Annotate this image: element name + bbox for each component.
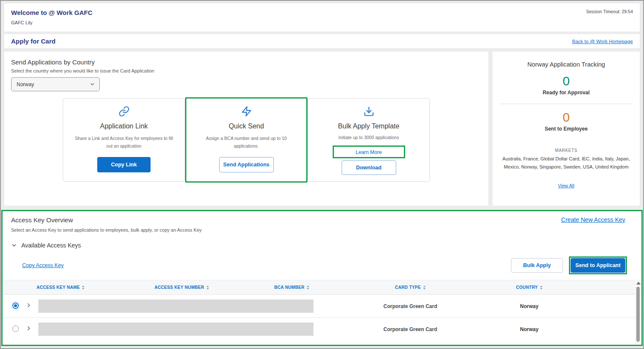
apply-for-card-bar: Apply for Card Back to @ Work Homepage (4, 34, 640, 48)
column-header-bca-number[interactable]: BCA NUMBER (245, 280, 339, 294)
send-applications-title: Send Applications by Country (11, 58, 482, 66)
learn-more-highlight-box: Learn More (333, 145, 405, 158)
access-key-overview-section: Access Key Overview Create New Access Ke… (1, 210, 643, 346)
row-radio[interactable] (12, 326, 19, 332)
column-header-card-type[interactable]: CARD TYPE (339, 280, 482, 294)
markets-list: Australia, France, Global Dollar Card, I… (499, 155, 634, 172)
column-header-country[interactable]: COUNTRY (482, 280, 577, 294)
send-applications-subtitle: Select the country where you would like … (11, 68, 482, 73)
sort-icon (206, 285, 209, 290)
bulk-apply-description: Initiate up to 3000 applications (319, 134, 419, 142)
available-access-keys-title: Available Access Keys (21, 242, 81, 249)
application-link-title: Application Link (63, 122, 185, 130)
tracking-title: Norway Application Tracking (499, 61, 634, 68)
card-type-cell: Corporate Green Card (339, 295, 482, 317)
app-window: Welcome to @ Work GAFC GAFC Lily Session… (0, 0, 644, 349)
access-keys-table: ACCESS KEY NAME ACCESS KEY NUMBER BCA NU… (3, 280, 641, 340)
copy-access-key-link[interactable]: Copy Access Key (22, 262, 64, 268)
send-applications-button[interactable]: Send Applications (219, 157, 274, 172)
application-link-card: Application Link Share a Link and Access… (63, 98, 185, 182)
column-header-access-key-name[interactable]: ACCESS KEY NAME (3, 280, 119, 294)
country-cell: Norway (482, 295, 577, 317)
apply-for-card-title: Apply for Card (11, 38, 55, 45)
access-key-overview-title: Access Key Overview (11, 216, 73, 224)
link-icon (119, 106, 130, 117)
download-button[interactable]: Download (342, 160, 396, 175)
ready-for-approval-count: 0 (499, 74, 634, 88)
view-all-link[interactable]: View All (558, 183, 574, 188)
country-dropdown-value: Norway (17, 81, 34, 87)
country-dropdown[interactable]: Norway (11, 77, 100, 91)
send-applications-panel: Send Applications by Country Select the … (4, 52, 488, 206)
country-cell: Norway (482, 318, 577, 340)
card-type-cell: Corporate Green Card (339, 318, 482, 340)
chevron-right-icon[interactable] (26, 302, 32, 308)
lightning-icon (241, 106, 252, 117)
page-title: Welcome to @ Work GAFC (11, 9, 633, 16)
send-to-applicant-highlight-box: Send to Applicant (569, 256, 627, 274)
redacted-access-key-data (38, 300, 313, 313)
chevron-right-icon[interactable] (26, 325, 32, 332)
table-row: Corporate Green Card Norway (3, 318, 641, 340)
redacted-access-key-data (38, 323, 313, 336)
table-header-row: ACCESS KEY NAME ACCESS KEY NUMBER BCA NU… (3, 280, 641, 295)
page-header: Welcome to @ Work GAFC GAFC Lily Session… (4, 3, 640, 32)
sort-icon (82, 285, 84, 290)
chevron-down-icon (90, 81, 95, 87)
quick-send-title: Quick Send (186, 122, 306, 130)
sent-to-employee-label: Sent to Employee (499, 126, 634, 132)
bulk-apply-button[interactable]: Bulk Apply (511, 258, 563, 273)
send-to-applicant-button[interactable]: Send to Applicant (571, 258, 625, 273)
markets-label: MARKETS (499, 148, 634, 153)
user-name: GAFC Lily (11, 20, 633, 25)
table-row: Corporate Green Card Norway (3, 295, 641, 318)
scrollbar-thumb[interactable] (636, 287, 640, 342)
learn-more-link[interactable]: Learn More (356, 149, 382, 155)
row-radio-selected[interactable] (12, 302, 19, 309)
ready-for-approval-label: Ready for Approval (499, 90, 634, 96)
back-to-homepage-link[interactable]: Back to @ Work Homepage (572, 39, 633, 44)
tracking-divider (499, 104, 633, 104)
sort-icon (307, 285, 309, 290)
scrollbar-up-arrow[interactable] (636, 282, 641, 285)
create-new-access-key-link[interactable]: Create New Access Key (561, 216, 625, 223)
action-cards: Application Link Share a Link and Access… (11, 98, 482, 183)
table-scrollbar (635, 280, 641, 344)
collapse-chevron-icon[interactable] (11, 242, 17, 248)
bulk-apply-template-card: Bulk Apply Template Initiate up to 3000 … (307, 98, 430, 182)
quick-send-description: Assign a BCA number and send up to 10 ap… (197, 135, 295, 150)
sent-to-employee-count: 0 (499, 110, 634, 125)
main-content: Send Applications by Country Select the … (4, 52, 640, 206)
column-header-access-key-number[interactable]: ACCESS KEY NUMBER (119, 280, 245, 294)
download-icon (363, 106, 374, 117)
application-link-description: Share a Link and Access Key for employee… (74, 135, 174, 150)
bulk-apply-title: Bulk Apply Template (308, 122, 429, 130)
application-tracking-panel: Norway Application Tracking 0 Ready for … (493, 52, 640, 206)
session-timeout: Session Timeout: 29:54 (586, 9, 633, 14)
sort-icon (423, 285, 426, 290)
access-key-overview-subtitle: Select an Access Key to send application… (3, 227, 641, 233)
sort-icon (540, 285, 542, 290)
quick-send-card: Quick Send Assign a BCA number and send … (185, 97, 307, 183)
copy-link-button[interactable]: Copy Link (97, 157, 151, 172)
